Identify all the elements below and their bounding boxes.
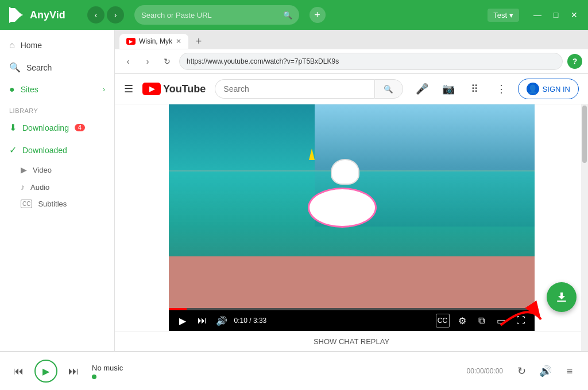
sidebar: ⌂ Home 🔍 Search ● Sites › Library ⬇ Down… (0, 30, 115, 351)
captions-button[interactable]: CC (436, 314, 450, 327)
browser-area: ▶ Wisin, Myk ✕ + ‹ › ↻ ? ☰ ▶ YouTube (115, 30, 588, 351)
video-player: ▶ ⏭ 🔊 0:10 / 3:33 CC ⚙ ⧉ ▭ ⛶ (169, 104, 535, 331)
settings-button[interactable]: ⚙ (455, 314, 469, 327)
youtube-header: ☰ ▶ YouTube 🔍 🎤 📷 ⠿ ⋮ 👤 (115, 74, 588, 104)
video-progress-bar[interactable] (169, 308, 535, 310)
youtube-search: 🔍 (215, 79, 403, 99)
sidebar-item-video[interactable]: ▶ Video (0, 161, 114, 178)
avatar-icon: 👤 (527, 83, 539, 95)
browser-nav: ‹ › ↻ ? (115, 49, 588, 74)
more-options-button[interactable]: ⋮ (492, 79, 511, 99)
unicorn-head (331, 159, 359, 185)
video-progress-fill (169, 308, 187, 310)
player-play-button[interactable]: ▶ (34, 360, 57, 383)
scrollbar[interactable] (581, 104, 588, 351)
new-tab-button[interactable]: + (191, 33, 207, 49)
sign-in-label: SIGN IN (543, 85, 570, 93)
microphone-button[interactable]: 🎤 (412, 79, 432, 99)
tab-label: Wisin, Myk (139, 37, 172, 45)
close-tab-icon[interactable]: ✕ (176, 37, 181, 45)
video-container: ▶ ⏭ 🔊 0:10 / 3:33 CC ⚙ ⧉ ▭ ⛶ (115, 104, 588, 351)
home-icon: ⌂ (9, 40, 15, 50)
skip-button[interactable]: ⏭ (195, 314, 209, 327)
apps-grid-button[interactable]: ⠿ (465, 79, 485, 99)
sidebar-item-downloading[interactable]: ⬇ Downloading 4 (0, 116, 114, 139)
user-label: Test (493, 11, 507, 20)
hamburger-menu-icon[interactable]: ☰ (124, 83, 133, 95)
sidebar-item-label: Downloading (22, 123, 69, 132)
sites-icon: ● (9, 84, 15, 95)
player-right-controls: ↻ 🔊 ≡ (512, 362, 579, 380)
main-content: ⌂ Home 🔍 Search ● Sites › Library ⬇ Down… (0, 30, 588, 351)
logo-icon (7, 6, 25, 24)
svg-marker-4 (15, 8, 22, 22)
tab-wisin-myk[interactable]: ▶ Wisin, Myk ✕ (119, 34, 188, 49)
sign-in-button[interactable]: 👤 SIGN IN (518, 79, 579, 99)
scrollbar-thumb[interactable] (582, 106, 587, 163)
track-progress (92, 375, 458, 379)
library-section-title: Library (0, 100, 114, 116)
checkmark-icon: ✓ (9, 145, 17, 155)
minimize-button[interactable]: — (531, 8, 544, 22)
back-button[interactable]: ‹ (87, 6, 105, 24)
search-icon: 🔍 (283, 11, 292, 20)
browser-forward-button[interactable]: › (140, 54, 155, 69)
video-time: 0:10 / 3:33 (234, 317, 267, 325)
search-bar: 🔍 (134, 5, 299, 25)
youtube-logo-icon: ▶ (142, 83, 161, 95)
window-controls: — □ ✕ (531, 8, 581, 22)
youtube-search-button[interactable]: 🔍 (374, 79, 403, 99)
browser-history-nav: ‹ › (87, 6, 124, 24)
sidebar-item-downloaded[interactable]: ✓ Downloaded (0, 139, 114, 161)
sidebar-item-home[interactable]: ⌂ Home (0, 34, 114, 56)
url-bar[interactable] (179, 53, 563, 70)
youtube-logo-text: YouTube (163, 83, 206, 95)
volume-button[interactable]: 🔊 (215, 314, 229, 327)
svg-marker-3 (9, 8, 15, 22)
youtube-page: ☰ ▶ YouTube 🔍 🎤 📷 ⠿ ⋮ 👤 (115, 74, 588, 351)
previous-track-button[interactable]: ⏮ (9, 362, 28, 380)
camera-button[interactable]: 📷 (439, 79, 458, 99)
user-menu-button[interactable]: Test ▾ (488, 9, 519, 22)
video-thumbnail (169, 104, 535, 308)
search-input[interactable] (141, 11, 278, 20)
sidebar-item-subtitles[interactable]: CC Subtitles (0, 196, 114, 212)
miniplayer-button[interactable]: ⧉ (475, 314, 489, 327)
sidebar-item-search[interactable]: 🔍 Search (0, 56, 114, 79)
search-icon: 🔍 (9, 62, 21, 73)
video-controls: ▶ ⏭ 🔊 0:10 / 3:33 CC ⚙ ⧉ ▭ ⛶ (169, 310, 535, 331)
browser-refresh-button[interactable]: ↻ (160, 54, 175, 69)
playlist-button[interactable]: ≡ (560, 362, 579, 380)
title-bar: AnyVid ‹ › 🔍 + Test ▾ — □ ✕ (0, 0, 588, 30)
maximize-button[interactable]: □ (549, 8, 563, 22)
youtube-tab-icon: ▶ (126, 38, 136, 45)
play-pause-button[interactable]: ▶ (176, 314, 189, 327)
current-time: 0:10 (234, 317, 247, 325)
close-button[interactable]: ✕ (567, 8, 581, 22)
red-arrow (495, 291, 547, 331)
youtube-actions: 🎤 📷 ⠿ ⋮ 👤 SIGN IN (412, 79, 579, 99)
sidebar-item-audio[interactable]: ♪ Audio (0, 178, 114, 196)
show-chat-label: SHOW CHAT REPLAY (314, 337, 389, 346)
show-chat-replay[interactable]: SHOW CHAT REPLAY (115, 331, 588, 351)
download-fab-button[interactable] (547, 282, 577, 312)
youtube-search-input[interactable] (215, 79, 374, 99)
next-track-button[interactable]: ⏭ (64, 362, 83, 380)
add-tab-button[interactable]: + (310, 7, 326, 23)
float-body (308, 188, 377, 228)
track-info: No music (92, 364, 458, 379)
sidebar-item-label: Search (26, 63, 52, 72)
track-time: 00:00/00:00 (467, 367, 503, 375)
sidebar-item-label: Audio (30, 183, 49, 192)
sidebar-item-sites[interactable]: ● Sites › (0, 79, 114, 100)
sidebar-item-label: Home (21, 41, 42, 50)
help-button[interactable]: ? (567, 54, 582, 69)
loop-button[interactable]: ↻ (512, 362, 531, 380)
download-icon: ⬇ (9, 122, 17, 133)
total-time: 3:33 (253, 317, 266, 325)
browser-back-button[interactable]: ‹ (121, 54, 136, 69)
bottom-player: ⏮ ▶ ⏭ No music 00:00/00:00 ↻ 🔊 ≡ (0, 351, 588, 390)
forward-button[interactable]: › (107, 6, 124, 24)
sidebar-item-label: Video (33, 166, 52, 174)
volume-control-button[interactable]: 🔊 (536, 362, 555, 380)
